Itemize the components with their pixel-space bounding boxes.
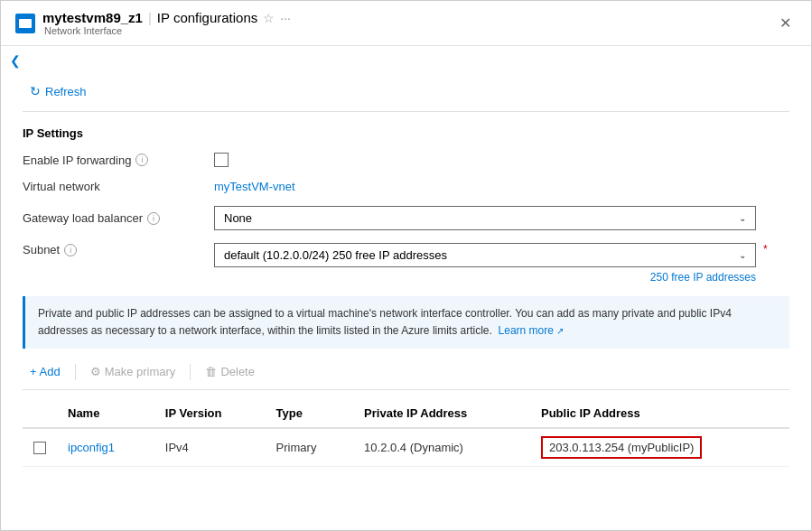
app-icon (15, 14, 35, 33)
add-button[interactable]: + Add (23, 361, 68, 382)
ip-settings-section: IP Settings Enable IP forwarding i Virtu… (23, 126, 789, 284)
favorite-star-icon[interactable]: ☆ (263, 11, 275, 25)
col-header-name: Name (57, 399, 154, 428)
refresh-button[interactable]: ↻ Refresh (23, 80, 94, 102)
delete-label: Delete (220, 365, 255, 378)
network-icon (19, 19, 32, 28)
subnet-selected: default (10.2.0.0/24) 250 free IP addres… (224, 248, 447, 262)
page-toolbar: ↻ Refresh (23, 71, 789, 112)
gateway-lb-dropdown[interactable]: None ⌄ (214, 206, 756, 230)
learn-more-text: Learn more (499, 324, 554, 337)
gateway-lb-row: Gateway load balancer i None ⌄ (23, 206, 789, 230)
row-type-cell: Primary (266, 428, 354, 467)
table-header: Name IP Version Type Private IP Address … (23, 399, 789, 428)
row-checkbox[interactable] (33, 442, 46, 454)
virtual-network-label: Virtual network (23, 180, 203, 193)
more-options-icon[interactable]: ··· (280, 11, 291, 25)
row-ip-version-cell: IPv4 (154, 428, 266, 467)
learn-more-link[interactable]: Learn more ↗ (495, 324, 564, 337)
main-content: ↻ Refresh IP Settings Enable IP forwardi… (1, 71, 811, 530)
ip-configs-table: Name IP Version Type Private IP Address … (23, 399, 789, 467)
subnet-text: Subnet (23, 243, 60, 256)
col-header-checkbox (23, 399, 57, 428)
section-title: IP Settings (23, 126, 789, 140)
make-primary-label: Make primary (105, 365, 176, 378)
row-checkbox-cell (23, 428, 57, 467)
refresh-icon: ↻ (30, 84, 41, 98)
required-asterisk: * (763, 243, 768, 256)
info-box: Private and public IP addresses can be a… (23, 296, 789, 349)
subnet-info-icon[interactable]: i (64, 244, 77, 256)
gateway-lb-info-icon[interactable]: i (147, 212, 160, 225)
subnet-dropdown[interactable]: default (10.2.0.0/24) 250 free IP addres… (214, 243, 756, 267)
info-box-text: Private and public IP addresses can be a… (38, 307, 732, 337)
page-name: IP configurations (157, 10, 257, 25)
app-window: mytestvm89_z1 | IP configurations ☆ ··· … (0, 0, 812, 531)
title-separator: | (148, 10, 152, 25)
col-header-public-ip: Public IP Address (530, 399, 789, 428)
resource-name: mytestvm89_z1 (42, 10, 143, 25)
enable-forwarding-row: Enable IP forwarding i (23, 153, 789, 167)
virtual-network-value: myTestVM-vnet (214, 180, 789, 193)
subnet-dropdown-arrow-icon: ⌄ (739, 250, 746, 260)
public-ip-highlighted: 203.0.113.254 (myPublicIP) (541, 436, 702, 459)
table-toolbar: + Add ⚙ Make primary 🗑 Delete (23, 361, 789, 390)
toolbar-divider-1 (75, 364, 76, 380)
enable-forwarding-label: Enable IP forwarding i (23, 154, 203, 167)
gateway-lb-selected: None (224, 211, 252, 225)
gateway-lb-text: Gateway load balancer (23, 211, 143, 225)
subnet-row: Subnet i default (10.2.0.0/24) 250 free … (23, 243, 789, 284)
row-name-cell[interactable]: ipconfig1 (57, 428, 154, 467)
title-text-group: mytestvm89_z1 | IP configurations ☆ ··· … (42, 10, 767, 36)
refresh-label: Refresh (45, 85, 87, 98)
gateway-lb-value: None ⌄ (214, 206, 789, 230)
table-body: ipconfig1 IPv4 Primary 10.2.0.4 (Dynamic… (23, 428, 789, 467)
title-bar: mytestvm89_z1 | IP configurations ☆ ··· … (1, 1, 811, 46)
make-primary-button[interactable]: ⚙ Make primary (83, 361, 183, 382)
enable-forwarding-text: Enable IP forwarding (23, 154, 131, 167)
subnet-label: Subnet i (23, 243, 203, 256)
free-ip-count: 250 free IP addresses (214, 271, 756, 284)
virtual-network-row: Virtual network myTestVM-vnet (23, 180, 789, 193)
row-public-ip-cell: 203.0.113.254 (myPublicIP) (530, 428, 789, 467)
row-private-ip-cell: 10.2.0.4 (Dynamic) (353, 428, 530, 467)
virtual-network-text: Virtual network (23, 180, 100, 193)
enable-forwarding-checkbox[interactable] (214, 153, 229, 167)
enable-forwarding-value (214, 153, 789, 167)
enable-forwarding-info-icon[interactable]: i (135, 154, 148, 166)
col-header-ip-version: IP Version (154, 399, 266, 428)
delete-button[interactable]: 🗑 Delete (198, 361, 262, 382)
gateway-lb-dropdown-arrow-icon: ⌄ (739, 213, 746, 223)
learn-more-external-icon: ↗ (556, 326, 564, 336)
delete-icon: 🗑 (205, 365, 217, 378)
gateway-lb-label: Gateway load balancer i (23, 211, 203, 225)
back-nav-icon[interactable]: ❮ (1, 46, 811, 71)
table-row: ipconfig1 IPv4 Primary 10.2.0.4 (Dynamic… (23, 428, 789, 467)
close-button[interactable]: ✕ (774, 11, 797, 35)
toolbar-divider-2 (190, 364, 191, 380)
make-primary-icon: ⚙ (90, 365, 101, 378)
col-header-private-ip: Private IP Address (353, 399, 530, 428)
col-header-type: Type (266, 399, 354, 428)
subnet-value-wrap: default (10.2.0.0/24) 250 free IP addres… (214, 243, 789, 284)
resource-type-label: Network Interface (44, 25, 291, 36)
virtual-network-link[interactable]: myTestVM-vnet (214, 180, 295, 193)
